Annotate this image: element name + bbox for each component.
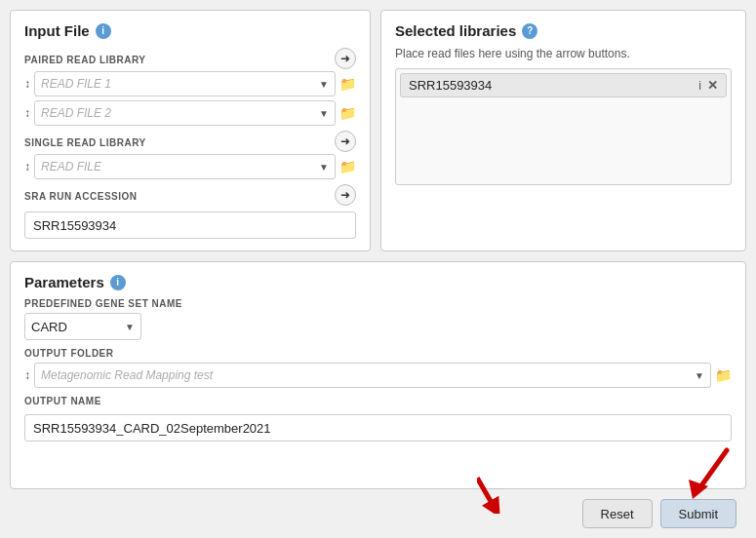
input-file-title: Input File i	[24, 22, 356, 39]
single-read-file-row: ↕ READ FILE ▼ 📁	[24, 154, 356, 179]
library-item-close-icon[interactable]: ✕	[707, 78, 718, 93]
submit-button[interactable]: Submit	[660, 499, 736, 528]
selected-libraries-question-icon[interactable]: ?	[522, 23, 537, 39]
read-file-1-input[interactable]: READ FILE 1 ▼	[34, 71, 336, 96]
sort-icon-3: ↕	[24, 160, 30, 173]
output-folder-icon[interactable]: 📁	[715, 367, 732, 383]
library-item-info-icon[interactable]: i	[698, 79, 701, 93]
read-file-2-folder-icon[interactable]: 📁	[339, 105, 356, 121]
svg-marker-1	[482, 496, 508, 514]
selected-libraries-title-text: Selected libraries	[395, 22, 516, 39]
read-file-1-placeholder: READ FILE 1	[41, 77, 111, 91]
input-file-panel: Input File i PAIRED READ LIBRARY ➜ ↕ REA…	[10, 10, 371, 251]
output-folder-input[interactable]: Metagenomic Read Mapping test ▼	[34, 363, 711, 388]
reset-button[interactable]: Reset	[582, 499, 653, 528]
paired-read-label: PAIRED READ LIBRARY	[24, 55, 146, 65]
selected-libraries-panel: Selected libraries ? Place read files he…	[380, 10, 746, 251]
card-select[interactable]: CARD ▼	[24, 313, 141, 340]
predefined-gene-set-label: PREDEFINED GENE SET NAME	[24, 298, 732, 309]
single-read-section-header: SINGLE READ LIBRARY ➜	[24, 130, 356, 152]
output-folder-row: ↕ Metagenomic Read Mapping test ▼ 📁	[24, 363, 732, 388]
read-file-2-row: ↕ READ FILE 2 ▼ 📁	[24, 100, 356, 126]
output-name-label: OUTPUT NAME	[24, 396, 732, 406]
read-file-1-folder-icon[interactable]: 📁	[339, 76, 356, 92]
read-file-1-row: ↕ READ FILE 1 ▼ 📁	[24, 71, 356, 96]
sra-label: SRA RUN ACCESSION	[24, 191, 138, 202]
input-file-title-text: Input File	[24, 22, 90, 39]
library-item-actions: i ✕	[698, 78, 718, 93]
sort-icon-2: ↕	[24, 106, 30, 120]
predefined-gene-set-row: CARD ▼	[24, 313, 732, 340]
output-folder-dropdown-arrow[interactable]: ▼	[695, 370, 704, 381]
read-file-2-input[interactable]: READ FILE 2 ▼	[34, 100, 336, 126]
sra-input[interactable]	[24, 211, 356, 239]
single-read-label: SINGLE READ LIBRARY	[24, 137, 146, 148]
output-folder-value: Metagenomic Read Mapping test	[41, 368, 213, 382]
paired-read-arrow-btn[interactable]: ➜	[335, 48, 356, 69]
paired-read-section-header: PAIRED READ LIBRARY ➜	[24, 47, 356, 69]
output-folder-label: OUTPUT FOLDER	[24, 348, 732, 359]
sra-section-header: SRA RUN ACCESSION ➜	[24, 183, 356, 206]
parameters-title: Parameters i	[24, 274, 732, 290]
read-file-1-dropdown-arrow[interactable]: ▼	[319, 79, 329, 90]
read-file-2-dropdown-arrow[interactable]: ▼	[319, 108, 329, 119]
output-name-input[interactable]	[24, 414, 732, 442]
single-read-folder-icon[interactable]: 📁	[339, 159, 356, 174]
input-file-info-icon[interactable]: i	[96, 23, 111, 39]
parameters-title-text: Parameters	[24, 274, 104, 290]
output-folder-sort-icon: ↕	[24, 368, 30, 382]
library-list: SRR15593934 i ✕	[395, 68, 732, 185]
parameters-info-icon[interactable]: i	[110, 275, 126, 290]
sort-icon-1: ↕	[24, 77, 30, 91]
red-arrow-svg	[477, 460, 536, 514]
read-file-2-placeholder: READ FILE 2	[41, 106, 111, 120]
library-item-srr: SRR15593934 i ✕	[400, 73, 727, 97]
bottom-row: Reset Submit	[10, 499, 746, 528]
parameters-panel: Parameters i PREDEFINED GENE SET NAME CA…	[10, 261, 746, 489]
single-read-file-input[interactable]: READ FILE ▼	[34, 154, 336, 179]
single-read-arrow-btn[interactable]: ➜	[335, 131, 356, 152]
selected-libraries-title: Selected libraries ?	[395, 22, 732, 39]
sra-arrow-btn[interactable]: ➜	[335, 184, 356, 206]
submit-btn-wrapper: Submit	[660, 499, 736, 528]
main-container: Input File i PAIRED READ LIBRARY ➜ ↕ REA…	[10, 10, 746, 528]
card-select-value: CARD	[31, 320, 67, 334]
single-read-dropdown-arrow[interactable]: ▼	[319, 162, 329, 173]
single-read-file-placeholder: READ FILE	[41, 160, 101, 173]
card-select-arrow[interactable]: ▼	[125, 322, 135, 332]
library-item-name: SRR15593934	[409, 78, 492, 93]
top-row: Input File i PAIRED READ LIBRARY ➜ ↕ REA…	[10, 10, 746, 251]
selected-libraries-subtitle: Place read files here using the arrow bu…	[395, 47, 732, 60]
